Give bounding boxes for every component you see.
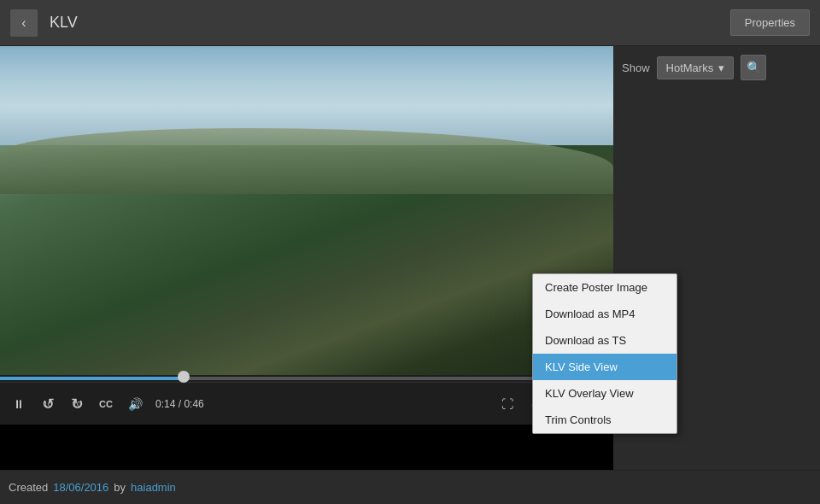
back-icon: ‹ [21, 15, 26, 31]
cc-icon: CC [99, 399, 113, 409]
time-display: 0:14 / 0:46 [155, 398, 204, 410]
main-area: ⏸ ↺ 10 ↺ 10 CC 🔊 0:14 / 0:46 [0, 46, 820, 470]
page-title: KLV [50, 14, 730, 32]
hotmarks-label: HotMarks [666, 62, 714, 74]
progress-thumb[interactable] [178, 371, 190, 383]
menu-item-download-mp4[interactable]: Download as MP4 [533, 301, 676, 327]
menu-item-trim-controls[interactable]: Trim Controls [533, 407, 676, 433]
footer: Created 18/06/2016 by haiadmin [0, 470, 820, 504]
video-frame[interactable] [0, 46, 613, 375]
menu-item-klv-overlay-view[interactable]: KLV Overlay View [533, 380, 676, 407]
pause-button[interactable]: ⏸ [7, 392, 31, 416]
cc-button[interactable]: CC [94, 392, 118, 416]
created-label: Created [9, 481, 48, 494]
screen-mode-button[interactable]: ⛶ [495, 392, 519, 416]
volume-button[interactable]: 🔊 [123, 392, 147, 416]
controls-bar: ⏸ ↺ 10 ↺ 10 CC 🔊 0:14 / 0:46 [0, 382, 613, 425]
chevron-down-icon: ▾ [718, 62, 724, 74]
forward10-button[interactable]: ↺ 10 [65, 392, 89, 416]
screen-icon: ⛶ [501, 397, 513, 411]
time-total: 0:46 [184, 398, 203, 410]
menu-item-create-poster[interactable]: Create Poster Image [533, 274, 676, 301]
hotmarks-dropdown[interactable]: HotMarks ▾ [657, 56, 735, 79]
menu-item-klv-side-view[interactable]: KLV Side View [533, 354, 676, 380]
properties-button[interactable]: Properties [730, 9, 810, 36]
progress-bar-area[interactable] [0, 375, 613, 382]
pause-icon: ⏸ [13, 397, 25, 411]
created-user: haiadmin [131, 481, 176, 494]
header: ‹ KLV Properties [0, 0, 820, 46]
progress-fill [0, 377, 184, 380]
menu-item-download-ts[interactable]: Download as TS [533, 327, 676, 354]
back-button[interactable]: ‹ [10, 9, 38, 37]
search-icon: 🔍 [747, 61, 761, 74]
search-button[interactable]: 🔍 [741, 55, 766, 80]
time-current: 0:14 [155, 398, 175, 410]
rewind10-button[interactable]: ↺ 10 [36, 392, 60, 416]
show-row: Show HotMarks ▾ 🔍 [622, 55, 811, 80]
show-label: Show [622, 62, 650, 74]
context-menu: Create Poster Image Download as MP4 Down… [532, 273, 677, 434]
created-date: 18/06/2016 [53, 481, 108, 494]
volume-icon: 🔊 [128, 397, 143, 411]
video-container: ⏸ ↺ 10 ↺ 10 CC 🔊 0:14 / 0:46 [0, 46, 613, 470]
created-by-label: by [114, 481, 126, 494]
progress-track [0, 377, 613, 380]
